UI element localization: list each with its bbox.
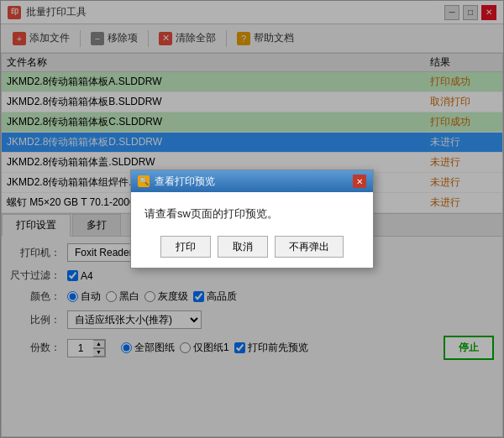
modal-print-button[interactable]: 打印 (160, 236, 211, 258)
modal-title: 查看打印预览 (155, 175, 215, 189)
print-preview-modal: 🔍 查看打印预览 ✕ 请查看sw页面的打印预览。 打印 取消 不再弹出 (130, 169, 374, 269)
modal-body: 请查看sw页面的打印预览。 打印 取消 不再弹出 (131, 192, 373, 268)
modal-message: 请查看sw页面的打印预览。 (144, 206, 360, 222)
modal-title-left: 🔍 查看打印预览 (138, 175, 215, 189)
modal-no-popup-button[interactable]: 不再弹出 (275, 236, 344, 258)
modal-cancel-button[interactable]: 取消 (218, 236, 268, 258)
modal-titlebar: 🔍 查看打印预览 ✕ (131, 170, 373, 192)
modal-close-button[interactable]: ✕ (353, 175, 366, 188)
modal-icon: 🔍 (138, 175, 150, 187)
modal-overlay: 🔍 查看打印预览 ✕ 请查看sw页面的打印预览。 打印 取消 不再弹出 (0, 0, 504, 438)
modal-buttons: 打印 取消 不再弹出 (144, 236, 360, 258)
